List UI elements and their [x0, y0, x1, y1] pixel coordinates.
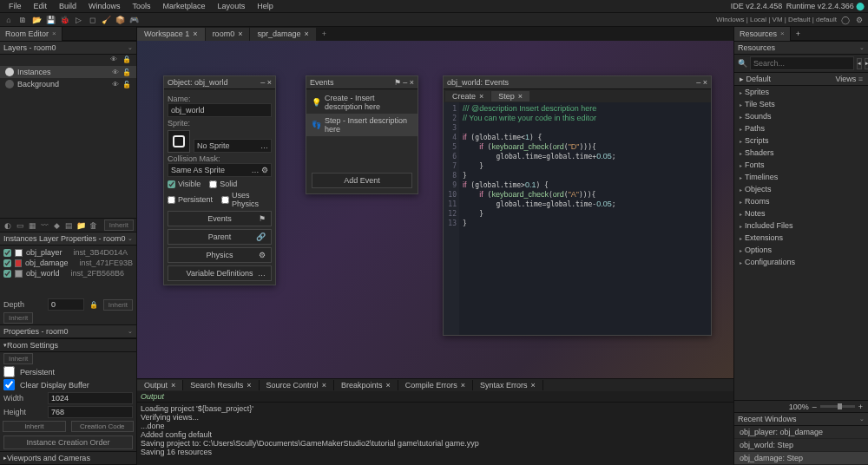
default-view-header[interactable]: ▸ DefaultViews ≡: [734, 72, 868, 86]
tab-source-control[interactable]: Source Control×: [260, 380, 334, 390]
close-icon[interactable]: ×: [304, 29, 308, 38]
gamepad-icon[interactable]: 🎮: [128, 15, 139, 25]
add-tab-icon[interactable]: +: [792, 29, 804, 38]
close-icon[interactable]: ×: [385, 381, 390, 390]
res-extensions[interactable]: ▸Extensions: [734, 232, 868, 244]
tab-compile-errors[interactable]: Compile Errors×: [398, 380, 473, 390]
res-sprites[interactable]: ▸Sprites: [734, 86, 868, 98]
inherit-button[interactable]: Inherit: [3, 312, 33, 324]
close-icon[interactable]: ×: [518, 92, 523, 101]
tab-workspace1[interactable]: Workspace 1×: [137, 28, 205, 41]
tile-icon[interactable]: ▦: [27, 220, 37, 231]
res-included-files[interactable]: ▸Included Files: [734, 219, 868, 232]
res-paths[interactable]: ▸Paths: [734, 122, 868, 134]
res-objects[interactable]: ▸Objects: [734, 183, 868, 195]
room-settings-header[interactable]: ▾ Room Settings: [0, 338, 136, 352]
asset-icon[interactable]: ◆: [51, 220, 62, 231]
persistent-checkbox[interactable]: [3, 366, 15, 377]
layer-background[interactable]: Background👁🔓: [0, 78, 136, 90]
recent-windows-header[interactable]: Recent Windows⌄: [734, 412, 868, 426]
close-icon[interactable]: ×: [267, 78, 272, 87]
collapse-icon[interactable]: –: [403, 78, 407, 87]
close-icon[interactable]: ×: [247, 381, 251, 390]
stop-icon[interactable]: ◻: [87, 15, 97, 25]
res-sounds[interactable]: ▸Sounds: [734, 110, 868, 122]
recent-item[interactable]: obj_world: Step: [734, 439, 868, 452]
target-status[interactable]: Windows | Local | VM | Default | default: [716, 16, 837, 23]
add-event-button[interactable]: Add Event: [312, 173, 412, 188]
nav-next-icon[interactable]: ▸: [865, 58, 868, 69]
tab-search-results[interactable]: Search Results×: [183, 380, 259, 390]
width-input[interactable]: 1024: [48, 392, 133, 404]
tab-resources[interactable]: Resources×: [734, 27, 791, 41]
menu-help[interactable]: Help: [252, 1, 279, 11]
resources-header[interactable]: Resources⌄: [734, 41, 868, 55]
sprite-preview[interactable]: [168, 130, 190, 153]
depth-input[interactable]: 0: [48, 298, 84, 311]
play-icon[interactable]: ▷: [73, 15, 83, 25]
search-input[interactable]: [750, 56, 854, 70]
tab-spr-damage[interactable]: spr_damage×: [250, 28, 315, 41]
layer-instances[interactable]: Instances👁🔓: [0, 66, 136, 78]
home-icon[interactable]: ⌂: [3, 15, 14, 25]
zoom-slider[interactable]: [820, 405, 855, 408]
sprite-select-button[interactable]: No Sprite…: [194, 139, 272, 153]
eye-icon[interactable]: 👁: [112, 81, 119, 88]
eye-icon[interactable]: 👁: [112, 69, 119, 76]
add-tab-icon[interactable]: +: [317, 29, 332, 38]
target-icon[interactable]: ◯: [840, 15, 851, 25]
delete-icon[interactable]: 🗑: [88, 220, 98, 231]
lock-icon[interactable]: 🔓: [122, 69, 131, 76]
lock-icon[interactable]: 🔓: [122, 81, 131, 88]
res-shaders[interactable]: ▸Shaders: [734, 147, 868, 159]
inherit-button[interactable]: Inherit: [3, 353, 33, 364]
close-icon[interactable]: ×: [322, 381, 326, 390]
menu-windows[interactable]: Windows: [83, 1, 126, 11]
height-input[interactable]: 768: [48, 406, 133, 418]
nav-prev-icon[interactable]: ◂: [857, 58, 862, 69]
settings-icon[interactable]: ⚙: [854, 15, 865, 25]
inst-props-header[interactable]: Instances Layer Properties - room0⌄: [0, 232, 136, 246]
zoom-out-icon[interactable]: –: [812, 403, 817, 411]
close-icon[interactable]: ×: [193, 29, 197, 38]
debug-icon[interactable]: 🐞: [59, 15, 69, 25]
tab-room0[interactable]: room0×: [206, 28, 250, 41]
new-icon[interactable]: 🗎: [17, 15, 28, 25]
code-editor[interactable]: /// @description Insert description here…: [459, 102, 711, 335]
close-icon[interactable]: ×: [780, 29, 785, 37]
recent-item[interactable]: obj_damage: Step: [734, 452, 868, 465]
package-icon[interactable]: 📦: [115, 15, 125, 25]
new-folder-icon[interactable]: 📁: [76, 220, 86, 231]
inherit-button[interactable]: Inherit: [103, 299, 133, 311]
visible-checkbox[interactable]: [168, 180, 175, 188]
physics-button[interactable]: Physics⚙: [168, 247, 272, 263]
instance-row[interactable]: obj_player inst_3B4D014A: [0, 247, 136, 258]
close-icon[interactable]: ×: [171, 381, 175, 390]
menu-file[interactable]: File: [3, 1, 27, 11]
collapse-icon[interactable]: –: [696, 78, 700, 87]
tab-room-editor[interactable]: Room Editor×: [0, 27, 62, 41]
instance-row[interactable]: obj_damage inst_471FE93B: [0, 258, 136, 268]
close-icon[interactable]: ×: [52, 29, 56, 37]
menu-edit[interactable]: Edit: [29, 1, 53, 11]
eye-icon[interactable]: 👁: [110, 56, 117, 63]
close-icon[interactable]: ×: [461, 381, 465, 390]
close-icon[interactable]: ×: [703, 78, 707, 87]
recent-item[interactable]: obj_player: obj_damage: [734, 426, 868, 439]
code-tab-create[interactable]: Create×: [445, 91, 490, 102]
zoom-in-icon[interactable]: +: [858, 403, 863, 411]
menu-build[interactable]: Build: [54, 1, 82, 11]
instance-row[interactable]: obj_world inst_2FB568B6: [0, 268, 136, 278]
creation-code-button[interactable]: Creation Code: [71, 421, 135, 432]
res-options[interactable]: ▸Options: [734, 244, 868, 256]
menu-marketplace[interactable]: Marketplace: [158, 1, 211, 11]
instance-creation-order-button[interactable]: Instance Creation Order: [3, 436, 133, 449]
collapse-icon[interactable]: –: [260, 78, 265, 87]
bg-icon[interactable]: ▤: [63, 220, 74, 231]
layers-header[interactable]: Layers - room0⌄: [0, 41, 136, 55]
solid-checkbox[interactable]: [209, 180, 217, 188]
instance-checkbox[interactable]: [3, 259, 11, 267]
res-tilesets[interactable]: ▸Tile Sets: [734, 98, 868, 110]
menu-layouts[interactable]: Layouts: [213, 1, 251, 11]
collision-select-button[interactable]: Same As Sprite… ⚙: [168, 163, 272, 177]
